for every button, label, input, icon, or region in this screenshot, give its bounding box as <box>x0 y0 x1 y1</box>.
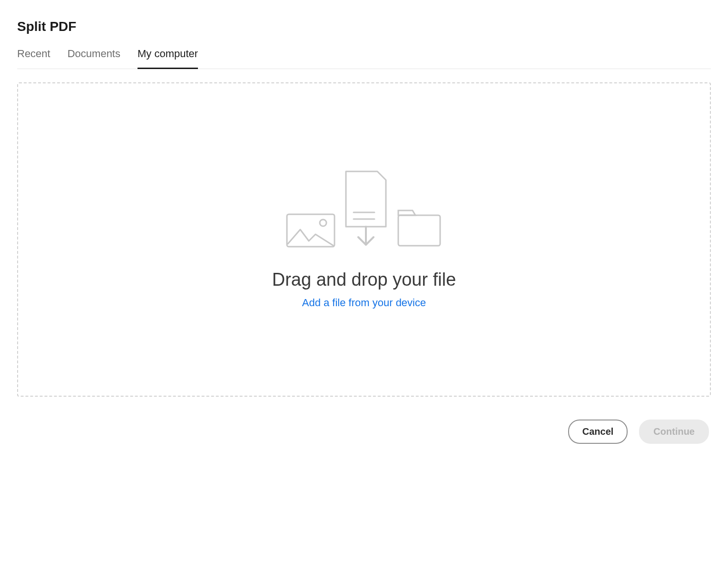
image-file-icon <box>286 213 335 248</box>
tab-my-computer[interactable]: My computer <box>138 48 198 69</box>
footer-actions: Cancel Continue <box>17 420 711 444</box>
add-file-link[interactable]: Add a file from your device <box>302 297 426 309</box>
continue-button: Continue <box>639 420 709 444</box>
document-download-icon <box>342 170 390 248</box>
cancel-button[interactable]: Cancel <box>568 420 628 444</box>
svg-rect-5 <box>398 215 440 246</box>
dropzone-heading: Drag and drop your file <box>272 270 456 290</box>
tabs: Recent Documents My computer <box>17 48 711 69</box>
svg-point-1 <box>320 220 326 226</box>
folder-icon <box>396 209 442 248</box>
file-dropzone[interactable]: Drag and drop your file Add a file from … <box>17 82 711 397</box>
dropzone-icons <box>286 170 442 248</box>
page-title: Split PDF <box>17 19 711 34</box>
tab-documents[interactable]: Documents <box>68 48 120 69</box>
tab-recent[interactable]: Recent <box>17 48 50 69</box>
